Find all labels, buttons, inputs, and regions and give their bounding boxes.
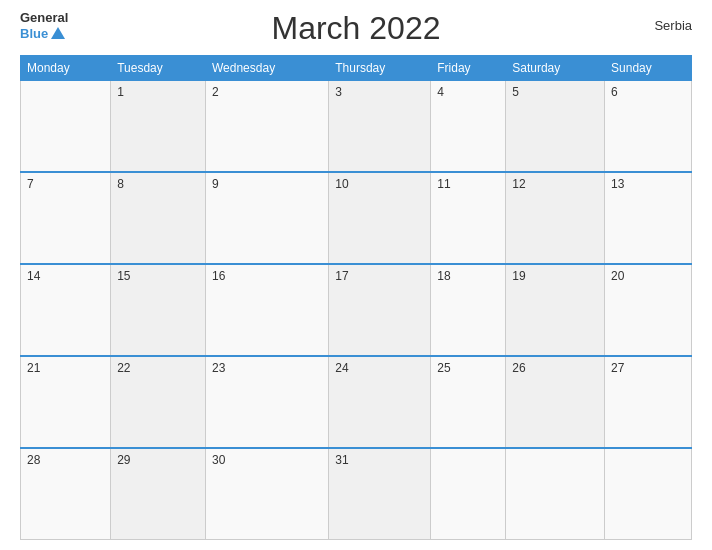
day-number: 12 (512, 177, 525, 191)
col-header-thursday: Thursday (329, 56, 431, 81)
calendar-cell (21, 81, 111, 173)
day-number: 4 (437, 85, 444, 99)
calendar-cell: 27 (605, 356, 692, 448)
day-number: 28 (27, 453, 40, 467)
day-number: 29 (117, 453, 130, 467)
col-header-tuesday: Tuesday (111, 56, 206, 81)
day-number: 23 (212, 361, 225, 375)
calendar-cell: 11 (431, 172, 506, 264)
day-number: 5 (512, 85, 519, 99)
calendar-cell: 28 (21, 448, 111, 540)
day-number: 9 (212, 177, 219, 191)
col-header-sunday: Sunday (605, 56, 692, 81)
day-number: 27 (611, 361, 624, 375)
day-number: 3 (335, 85, 342, 99)
day-number: 16 (212, 269, 225, 283)
day-number: 20 (611, 269, 624, 283)
calendar-cell: 20 (605, 264, 692, 356)
day-number: 10 (335, 177, 348, 191)
day-number: 24 (335, 361, 348, 375)
calendar-cell: 10 (329, 172, 431, 264)
calendar-cell: 18 (431, 264, 506, 356)
day-number: 14 (27, 269, 40, 283)
calendar-cell: 21 (21, 356, 111, 448)
calendar-cell: 26 (506, 356, 605, 448)
calendar-cell: 8 (111, 172, 206, 264)
day-number: 25 (437, 361, 450, 375)
calendar-cell: 15 (111, 264, 206, 356)
calendar-week-row: 123456 (21, 81, 692, 173)
calendar-cell: 19 (506, 264, 605, 356)
calendar-header: General Blue March 2022 Serbia (20, 10, 692, 47)
day-number: 6 (611, 85, 618, 99)
calendar-cell: 24 (329, 356, 431, 448)
day-number: 21 (27, 361, 40, 375)
calendar-cell: 14 (21, 264, 111, 356)
day-number: 13 (611, 177, 624, 191)
calendar-cell (605, 448, 692, 540)
calendar-cell: 12 (506, 172, 605, 264)
calendar-cell: 3 (329, 81, 431, 173)
day-number: 8 (117, 177, 124, 191)
month-title: March 2022 (272, 10, 441, 47)
calendar-cell (506, 448, 605, 540)
calendar-cell: 5 (506, 81, 605, 173)
day-number: 2 (212, 85, 219, 99)
calendar-week-row: 21222324252627 (21, 356, 692, 448)
calendar-cell: 25 (431, 356, 506, 448)
calendar-table: MondayTuesdayWednesdayThursdayFridaySatu… (20, 55, 692, 540)
day-number: 17 (335, 269, 348, 283)
col-header-monday: Monday (21, 56, 111, 81)
logo-general-text: General (20, 10, 68, 26)
calendar-cell: 9 (205, 172, 328, 264)
day-number: 11 (437, 177, 450, 191)
calendar-cell: 4 (431, 81, 506, 173)
calendar-cell: 22 (111, 356, 206, 448)
day-number: 18 (437, 269, 450, 283)
calendar-cell: 17 (329, 264, 431, 356)
logo-triangle-icon (51, 27, 65, 39)
day-number: 1 (117, 85, 124, 99)
calendar-cell: 6 (605, 81, 692, 173)
day-number: 22 (117, 361, 130, 375)
calendar-week-row: 78910111213 (21, 172, 692, 264)
day-number: 26 (512, 361, 525, 375)
col-header-friday: Friday (431, 56, 506, 81)
calendar-cell (431, 448, 506, 540)
col-header-wednesday: Wednesday (205, 56, 328, 81)
day-number: 30 (212, 453, 225, 467)
calendar-cell: 16 (205, 264, 328, 356)
calendar-week-row: 14151617181920 (21, 264, 692, 356)
calendar-cell: 2 (205, 81, 328, 173)
calendar-cell: 29 (111, 448, 206, 540)
calendar-week-row: 28293031 (21, 448, 692, 540)
calendar-cell: 31 (329, 448, 431, 540)
logo-blue-text: Blue (20, 26, 48, 42)
calendar-body: 1234567891011121314151617181920212223242… (21, 81, 692, 540)
calendar-cell: 30 (205, 448, 328, 540)
col-header-saturday: Saturday (506, 56, 605, 81)
day-number: 7 (27, 177, 34, 191)
calendar-cell: 1 (111, 81, 206, 173)
calendar-cell: 7 (21, 172, 111, 264)
day-number: 19 (512, 269, 525, 283)
logo: General Blue (20, 10, 68, 41)
calendar-cell: 13 (605, 172, 692, 264)
day-number: 31 (335, 453, 348, 467)
calendar-cell: 23 (205, 356, 328, 448)
calendar-header-row: MondayTuesdayWednesdayThursdayFridaySatu… (21, 56, 692, 81)
country-label: Serbia (654, 18, 692, 33)
day-number: 15 (117, 269, 130, 283)
